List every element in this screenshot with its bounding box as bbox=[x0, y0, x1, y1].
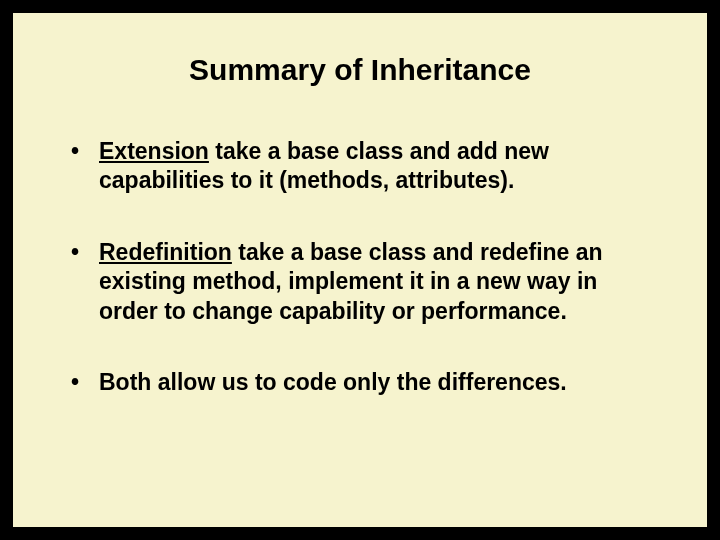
slide-body: Summary of Inheritance Extension take a … bbox=[10, 10, 710, 530]
slide-frame: Summary of Inheritance Extension take a … bbox=[0, 0, 720, 540]
bullet-keyword: Extension bbox=[99, 138, 209, 164]
list-item: Redefinition take a base class and redef… bbox=[63, 238, 657, 326]
bullet-list: Extension take a base class and add new … bbox=[63, 137, 657, 398]
bullet-text: Both allow us to code only the differenc… bbox=[99, 369, 567, 395]
list-item: Extension take a base class and add new … bbox=[63, 137, 657, 196]
slide-title: Summary of Inheritance bbox=[63, 53, 657, 87]
list-item: Both allow us to code only the differenc… bbox=[63, 368, 657, 397]
bullet-keyword: Redefinition bbox=[99, 239, 232, 265]
